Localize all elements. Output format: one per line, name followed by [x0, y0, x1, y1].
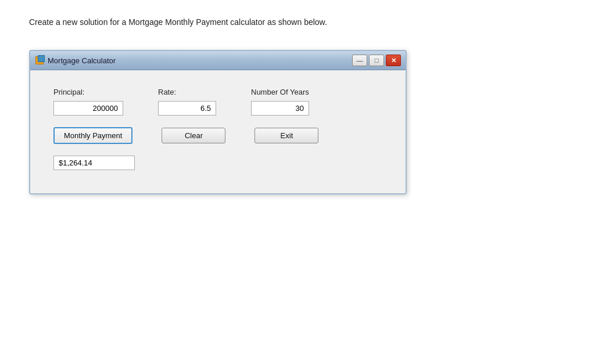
rate-input[interactable]	[158, 101, 216, 116]
title-bar-left: Mortgage Calculator	[35, 56, 116, 65]
mortgage-calculator-window: Mortgage Calculator — □ ✕ Principal: Rat…	[29, 50, 407, 194]
rate-label: Rate:	[158, 88, 216, 96]
principal-field-group: Principal:	[53, 88, 123, 116]
rate-field-group: Rate:	[158, 88, 216, 116]
years-field-group: Number Of Years	[251, 88, 309, 116]
years-label: Number Of Years	[251, 88, 309, 96]
app-icon-graphic	[35, 56, 44, 64]
exit-button[interactable]: Exit	[255, 128, 318, 143]
labels-row: Principal: Rate: Number Of Years	[53, 88, 382, 116]
app-icon	[35, 56, 44, 65]
window-body: Principal: Rate: Number Of Years Monthly…	[30, 70, 406, 193]
clear-button[interactable]: Clear	[162, 128, 225, 143]
window-title: Mortgage Calculator	[48, 56, 116, 65]
principal-label: Principal:	[53, 88, 123, 96]
title-bar-controls: — □ ✕	[352, 55, 401, 66]
monthly-payment-button[interactable]: Monthly Payment	[53, 127, 132, 144]
years-input[interactable]	[251, 101, 309, 116]
minimize-button[interactable]: —	[352, 55, 367, 66]
principal-input[interactable]	[53, 101, 123, 116]
maximize-button[interactable]: □	[369, 55, 384, 66]
buttons-row: Monthly Payment Clear Exit	[53, 127, 382, 144]
title-bar: Mortgage Calculator — □ ✕	[30, 51, 406, 70]
instruction-text: Create a new solution for a Mortgage Mon…	[29, 17, 566, 27]
result-input[interactable]	[53, 156, 135, 170]
close-button[interactable]: ✕	[386, 55, 401, 66]
